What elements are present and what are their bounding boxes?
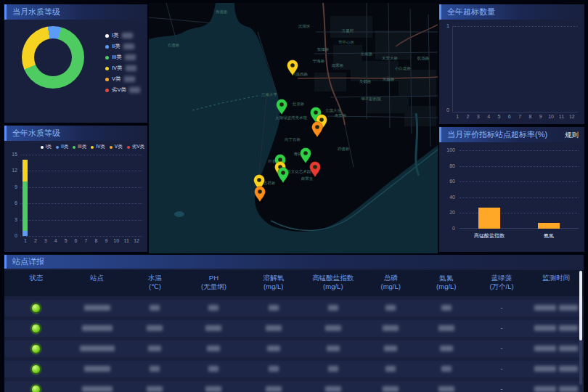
panel-monthly-rate: 当月评价指标站点超标率(%) 规则 020406080100 高锰酸盐指数氨氮 (439, 127, 584, 252)
redacted-value (205, 325, 221, 331)
y-tick-label: 3 (6, 217, 17, 222)
x-tick-label: 6 (505, 114, 515, 119)
redacted-value (266, 386, 282, 392)
status-indicator-normal (31, 364, 41, 374)
table-cell (303, 346, 363, 351)
legend-color-dot (105, 89, 109, 92)
legend-item[interactable]: II类 (105, 43, 140, 50)
map-label: 尚丁石桥 (285, 137, 301, 142)
legend-item[interactable]: IV类 (91, 144, 105, 150)
table-header-row: 状态站点水温(℃)PH(无量纲)溶解氧(mg/L)高锰酸盐指数(mg/L)总磷(… (4, 270, 584, 296)
gridline (20, 187, 142, 188)
redacted-value (383, 386, 399, 392)
legend-item[interactable]: I类 (105, 32, 140, 39)
x-tick-label: 2 (462, 114, 473, 119)
map-label: 岳南路 (361, 52, 373, 56)
panel-current-month-grade: 当月水质等级 I类II类III类IV类V类劣V类 (4, 4, 147, 123)
y-tick-label: 20 (444, 210, 455, 215)
redacted-value (385, 305, 396, 311)
redacted-value (150, 305, 160, 311)
column-header-label: 溶解氧 (244, 274, 303, 282)
table-cell (68, 346, 126, 351)
category-labels: 高锰酸盐指数氨氮 (460, 232, 579, 240)
legend-color-dot (127, 146, 130, 149)
gridline (460, 197, 579, 198)
stacked-bar-chart: 15129630 (20, 155, 142, 236)
redacted-legend-value (125, 54, 136, 60)
redacted-station-name (84, 366, 110, 372)
column-header-label: 监测时间 (529, 274, 583, 282)
column-header-10: 监测时间 (529, 274, 583, 292)
redacted-value (267, 346, 280, 351)
panel-title: 当月水质等级 (12, 4, 60, 20)
algae-value: - (501, 345, 503, 352)
map-label: 北亚桥 (292, 102, 305, 107)
legend-color-dot (91, 146, 94, 149)
redacted-legend-value (129, 87, 140, 93)
column-header-unit: (万个/L) (474, 282, 529, 291)
gridline (20, 171, 142, 171)
column-header-label: 总磷 (363, 274, 419, 282)
x-tick-label: 2 (30, 238, 41, 243)
redacted-timestamp-time (559, 325, 578, 331)
gridline (460, 150, 579, 151)
table-cell: - (474, 324, 529, 332)
map-label: 吴越路 (383, 77, 395, 82)
table-row[interactable]: - (4, 361, 584, 377)
table-row[interactable]: - (4, 381, 584, 392)
table-row[interactable]: - (4, 300, 584, 317)
legend-item[interactable]: V类 (110, 144, 123, 150)
legend-item[interactable]: III类 (73, 144, 86, 150)
legend-color-dot (73, 146, 75, 149)
legend-label: IV类 (96, 144, 105, 150)
legend-label: III类 (112, 54, 122, 61)
map-label: 寿安桥 (335, 113, 347, 118)
column-header-unit: (无量纲) (184, 282, 243, 291)
legend-item[interactable]: V类 (105, 75, 140, 83)
table-cell (244, 325, 303, 331)
legend-item[interactable]: 劣V类 (127, 144, 144, 150)
table-cell (244, 305, 303, 311)
redacted-value (328, 366, 338, 372)
algae-value: - (501, 324, 503, 332)
column-header-5: 溶解氧(mg/L) (244, 274, 303, 292)
table-cell (244, 346, 303, 351)
table-cell (4, 364, 68, 374)
redacted-value (150, 366, 160, 372)
table-row[interactable]: - (4, 340, 584, 357)
legend-item[interactable]: I类 (41, 144, 52, 150)
station-map[interactable]: 渔港路石塘桥滨湖区五星村市中心区东降桥宁海桥闾家桥岳南路天安大桥小白花桥机场路高… (149, 3, 438, 253)
donut-chart (22, 26, 84, 89)
legend-item[interactable]: III类 (105, 54, 140, 61)
rate-bar-chart: 020406080100 (460, 150, 579, 229)
column-header-unit: (mg/L) (303, 282, 363, 291)
table-cell (303, 366, 363, 372)
y-tick-label: 9 (6, 184, 17, 189)
x-tick-label: 11 (121, 238, 131, 243)
redacted-timestamp-time (559, 346, 578, 351)
legend-item[interactable]: II类 (56, 144, 68, 150)
table-cell (126, 386, 184, 392)
legend-item[interactable]: 劣V类 (105, 86, 140, 94)
column-header-unit: (℃) (126, 282, 184, 291)
table-cell (303, 386, 363, 392)
table-cell (529, 366, 583, 372)
redacted-value (328, 305, 338, 311)
redacted-value (325, 325, 341, 331)
table-cell (363, 346, 419, 351)
redacted-value (208, 366, 219, 372)
table-row[interactable]: - (4, 320, 584, 337)
rules-link[interactable]: 规则 (565, 127, 584, 142)
map-label: 吉祥桥 (264, 181, 276, 185)
x-tick-label: 3 (41, 238, 51, 243)
table-scrollbar-thumb[interactable] (579, 271, 582, 340)
map-label: 滨湖区 (298, 24, 311, 29)
legend-color-dot (41, 146, 44, 149)
legend-item[interactable]: IV类 (105, 65, 140, 72)
redacted-value (207, 346, 220, 351)
column-header-label: PH (184, 274, 243, 282)
gridline (460, 181, 579, 182)
x-tick-label: 7 (515, 114, 525, 119)
x-tick-label: 5 (494, 114, 504, 119)
table-cell (4, 324, 68, 333)
